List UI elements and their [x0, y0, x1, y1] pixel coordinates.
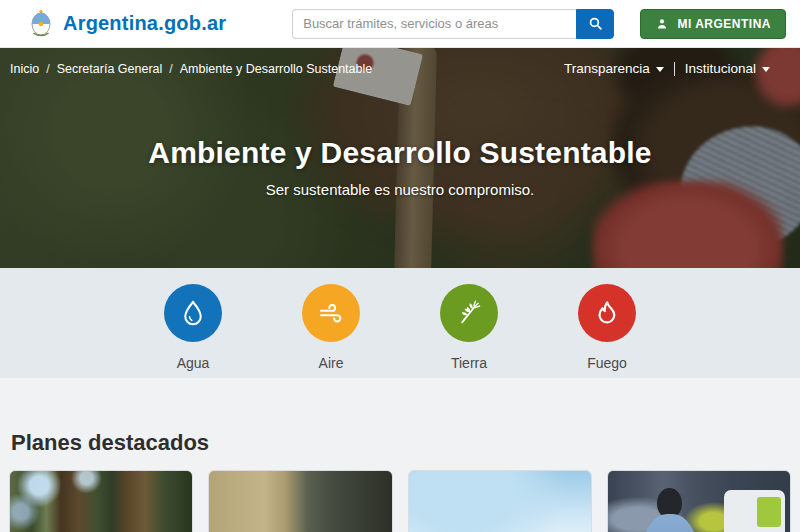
plan-card[interactable] — [9, 470, 193, 532]
search-icon — [587, 15, 604, 32]
plan-card[interactable] — [408, 470, 592, 532]
nav-divider — [674, 62, 675, 76]
page-title: Ambiente y Desarrollo Sustentable — [0, 136, 800, 170]
element-label: Aire — [319, 355, 344, 371]
chevron-down-icon — [762, 67, 770, 72]
home-logo-link[interactable]: Argentina.gob.ar — [28, 9, 226, 39]
site-header: Argentina.gob.ar MI ARGENTINA — [0, 0, 800, 48]
breadcrumb-link-secretaria-general[interactable]: Secretaría General — [57, 62, 163, 76]
search-button[interactable] — [576, 9, 614, 39]
wind-turbines-sky-photo — [409, 471, 591, 532]
hero-secondary-nav: Transparencia Institucional — [564, 61, 770, 76]
hero-title-block: Ambiente y Desarrollo Sustentable Ser su… — [0, 136, 800, 198]
breadcrumb-current-page[interactable]: Ambiente y Desarrollo Sustentable — [180, 62, 372, 76]
argentina-coat-of-arms-icon — [28, 9, 54, 39]
chevron-down-icon — [656, 67, 664, 72]
brand-name: Argentina.gob.ar — [63, 12, 226, 35]
plan-card[interactable] — [607, 470, 791, 532]
element-label: Agua — [177, 355, 210, 371]
plan-cards-row — [9, 470, 791, 532]
planes-section: Planes destacados — [0, 378, 800, 532]
element-label: Fuego — [587, 355, 627, 371]
wheat-icon — [440, 284, 498, 342]
transparencia-dropdown[interactable]: Transparencia — [564, 61, 664, 76]
element-item-tierra[interactable]: Tierra — [434, 284, 504, 378]
breadcrumb-separator: / — [46, 62, 49, 76]
hero-topbar: Inicio / Secretaría General / Ambiente y… — [0, 48, 800, 76]
element-item-agua[interactable]: Agua — [158, 284, 228, 378]
search-bar — [292, 9, 614, 39]
institucional-label: Institucional — [685, 61, 756, 76]
mi-argentina-label: MI ARGENTINA — [677, 17, 771, 31]
institucional-dropdown[interactable]: Institucional — [685, 61, 770, 76]
water-drop-icon — [164, 284, 222, 342]
control-van — [724, 490, 784, 532]
breadcrumb-separator: / — [169, 62, 172, 76]
wind-icon — [302, 284, 360, 342]
page-subtitle: Ser sustentable es nuestro compromiso. — [0, 181, 800, 198]
environmental-control-brigade-photo — [608, 471, 790, 532]
breadcrumb: Inicio / Secretaría General / Ambiente y… — [10, 62, 372, 76]
user-icon — [655, 17, 669, 31]
section-heading: Planes destacados — [9, 430, 791, 456]
elements-nav: Agua Aire Tierra — [0, 268, 800, 378]
officer-body — [641, 514, 699, 532]
element-item-fuego[interactable]: Fuego — [572, 284, 642, 378]
forest-trees-photo — [10, 471, 192, 532]
mi-argentina-button[interactable]: MI ARGENTINA — [640, 9, 786, 39]
hero-banner: Inicio / Secretaría General / Ambiente y… — [0, 48, 800, 268]
ranger-holding-bird-photo — [209, 471, 391, 532]
plan-card[interactable] — [208, 470, 392, 532]
element-item-aire[interactable]: Aire — [296, 284, 366, 378]
breadcrumb-link-inicio[interactable]: Inicio — [10, 62, 39, 76]
element-label: Tierra — [451, 355, 487, 371]
search-input[interactable] — [292, 9, 576, 39]
hero-content: Inicio / Secretaría General / Ambiente y… — [0, 48, 800, 268]
transparencia-label: Transparencia — [564, 61, 650, 76]
flame-icon — [578, 284, 636, 342]
